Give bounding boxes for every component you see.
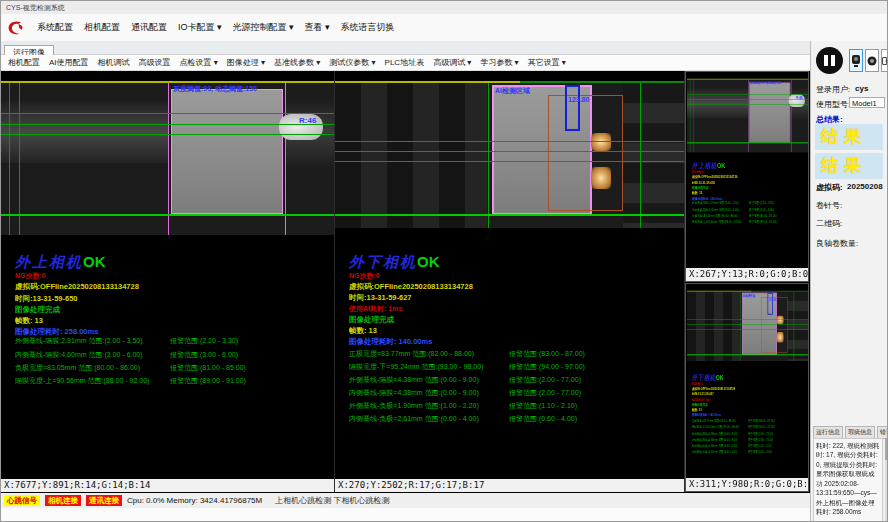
- menu-item-language-switch[interactable]: 系统语言切换: [341, 21, 395, 34]
- tool-baseline-params[interactable]: 基准线参数 ▾: [274, 57, 320, 68]
- alarm-range: 报警范围:(0.60 - 4.00): [748, 450, 772, 455]
- measure-value: 内侧基线-隔膜:4.60mm 范围:(3.00 - 6.00): [692, 208, 739, 211]
- tool-tester-params[interactable]: 测试仪参数 ▾: [329, 57, 375, 68]
- mini-panel-bottom[interactable]: AI检测区域 123.80 外下相机OK NG次数:0 虚拟码:OFFline2…: [685, 283, 809, 492]
- virtual-code-label: 虚拟码:OFFline20250208133134728: [15, 282, 139, 292]
- time-label: 时间:13-31-59-650: [692, 181, 715, 186]
- menu-item-camera-config[interactable]: 相机配置: [84, 21, 120, 34]
- bright-spot: [591, 167, 611, 189]
- elapsed-time-label: 图像处理耗时: 140.00ms: [349, 337, 432, 347]
- processing-done-label: 图像处理完成: [15, 305, 60, 315]
- result-ok-label: OK: [717, 161, 725, 169]
- tool-camera-config[interactable]: 相机配置: [8, 57, 40, 68]
- camera-panel-outer-upper: 灰度阈值:93, 动态阈值:150 R:46 外上相机OK NG次数:0 虚拟码…: [1, 71, 335, 492]
- camera-name: 外下相机: [692, 373, 716, 382]
- pixel-coordinate-statusbar: X:267;Y:13;R:0;G:0;B:0: [686, 268, 808, 281]
- menu-item-light-config[interactable]: 光源控制配置 ▾: [233, 21, 294, 34]
- defect-roi-rectangle: [548, 95, 623, 211]
- alarm-range: 报警范围:(81.00 - 85.00): [749, 214, 777, 219]
- product-region: [171, 89, 283, 214]
- login-user-label: 登录用户:: [816, 84, 850, 95]
- ng-count-label: NG次数:0: [692, 382, 703, 387]
- processing-done-label: 图像处理完成: [692, 186, 708, 191]
- measurement-row: 外侧基线-负极=1.90mm 范围:(1.00 - 2.20)报警范围:(1.1…: [349, 401, 664, 411]
- elapsed-time-label: 图像处理耗时: 140.00ms: [692, 413, 721, 418]
- alarm-range: 报警范围:(2.00 - 77.00): [509, 375, 581, 385]
- time-label: 时间:13-31-59-650: [15, 294, 78, 304]
- processing-done-label: 图像处理完成: [692, 403, 708, 408]
- app-logo-icon: [6, 19, 26, 37]
- result-ok-label: OK: [83, 253, 106, 270]
- tool-spot-check[interactable]: 点检设置 ▾: [180, 57, 218, 68]
- exit-button[interactable]: [881, 49, 888, 72]
- measurement-row: 内侧基线-负极=2.61mm 范围:(0.60 - 4.00)报警范围:(0.6…: [349, 414, 664, 424]
- menu-item-system-config[interactable]: 系统配置: [37, 21, 73, 34]
- measure-value: 内侧基线-隔膜=4.38mm 范围:(0.00 - 9.00): [349, 389, 479, 396]
- measure-value: 隔膜宽度-下=95.24mm 范围:(93.00 - 98.00): [692, 426, 739, 429]
- pixel-coordinate-statusbar: X:311;Y:980;R:0;G:0;B:0: [686, 478, 808, 491]
- good-roll-count-label: 良轴卷数量:: [816, 238, 858, 249]
- virtual-code-field-label: 虚拟码:: [816, 182, 843, 193]
- bottom-filler: [1, 508, 810, 522]
- result-ok-label: OK: [417, 253, 440, 270]
- pixel-coordinate-statusbar: X:270;Y:2502;R:17;G:17;B:17: [335, 479, 684, 492]
- comm-connection-badge: 通讯连接: [86, 495, 122, 506]
- model-select[interactable]: Model1: [849, 97, 885, 108]
- alarm-range: 报警范围:(2.20 - 3.30): [170, 336, 238, 346]
- camera-name: 外下相机: [349, 253, 417, 271]
- tool-plc-address-table[interactable]: PLC地址表: [385, 57, 425, 68]
- alarm-range: 报警范围:(94.00 - 97.00): [509, 362, 585, 372]
- measure-line: [335, 151, 684, 152]
- mini-panel-top[interactable]: 灰度阈值:93, 动态阈值:150 R:46 外上相机OK NG次数:0 虚拟码…: [685, 71, 809, 282]
- measurement-row: 外侧基线-隔膜:2.91mm 范围:(2.00 - 3.50)报警范围:(2.2…: [15, 336, 330, 346]
- tool-learning-params[interactable]: 学习参数 ▾: [480, 57, 518, 68]
- pixel-coordinate-statusbar: X:7677;Y:891;R:14;G:14;B:14: [1, 479, 334, 492]
- ng-count-label: NG次数:0: [692, 170, 703, 175]
- alarm-range: 报警范围:(2.20 - 3.30): [749, 201, 774, 206]
- frame-count-label: 帧数: 13: [692, 408, 702, 413]
- measure-line: [1, 134, 334, 135]
- tool-camera-debug[interactable]: 相机调试: [98, 57, 130, 68]
- alarm-range: 报警范围:(83.00 - 87.00): [509, 349, 585, 359]
- needle-number-label: 卷针号:: [816, 200, 842, 211]
- measure-value: 外侧基线-隔膜:2.91mm 范围:(2.00 - 3.50): [692, 201, 739, 204]
- view-tab-row: 运行图像: [1, 41, 887, 55]
- camera-image-viewport[interactable]: 灰度阈值:93, 动态阈值:150 R:46: [687, 80, 809, 153]
- tool-other-settings[interactable]: 其它设置 ▾: [528, 57, 566, 68]
- exit-door-icon: [882, 54, 888, 68]
- tool-image-processing[interactable]: 图像处理 ▾: [227, 57, 265, 68]
- tool-ai-config[interactable]: AI使用配置: [49, 57, 89, 68]
- measurement-row: 隔膜宽度-下=95.24mm 范围:(93.00 - 98.00)报警范围:(9…: [349, 362, 664, 372]
- cpu-memory-text: Cpu: 0.0% Memory: 3424.41796875M: [127, 496, 262, 505]
- measurement-row: 内侧基线-隔膜=4.38mm 范围:(0.00 - 9.00)报警范围:(2.0…: [692, 438, 802, 443]
- measurement-row: 内侧基线-隔膜:4.60mm 范围:(3.00 - 6.00)报警范围:(3.0…: [15, 350, 330, 360]
- width-roi-rectangle: [565, 85, 580, 131]
- measurement-row: 隔膜宽度-上=90.56mm 范围:(88.00 - 92.00)报警范围:(8…: [15, 376, 330, 386]
- camera-image-viewport[interactable]: AI检测区域 123.80: [687, 292, 809, 361]
- alarm-range: 报警范围:(3.00 - 6.00): [170, 350, 238, 360]
- camera-image-viewport[interactable]: AI检测区域 123.80: [335, 83, 684, 228]
- menu-item-io-config[interactable]: IO卡配置 ▾: [178, 21, 222, 34]
- camera-title: 外上相机OK: [15, 253, 106, 272]
- width-value-label: 123.80: [769, 298, 776, 301]
- r-value-label: R:46: [796, 96, 802, 100]
- log-output[interactable]: 耗时: 222, 瑕疵检测耗时: 17, 瑕疵分类耗时: 0, 瑕疵提取分类耗时…: [813, 438, 883, 522]
- edge-detect-line: [488, 83, 489, 228]
- measure-value: 内侧基线-隔膜=4.38mm 范围:(0.00 - 9.00): [692, 438, 737, 441]
- alarm-range: 报警范围:(0.60 - 4.00): [509, 414, 577, 424]
- camera-mode-button[interactable]: [849, 49, 863, 72]
- tool-advanced-settings[interactable]: 高级设置: [139, 57, 171, 68]
- ng-count-label: NG次数:0: [15, 271, 46, 281]
- tool-advanced-debug[interactable]: 高级调试 ▾: [433, 57, 471, 68]
- camera-name: 外上相机: [692, 161, 717, 170]
- pause-button[interactable]: [816, 47, 843, 74]
- record-mode-button[interactable]: [865, 49, 879, 72]
- product-region: [749, 83, 790, 143]
- camera-image-viewport[interactable]: 灰度阈值:93, 动态阈值:150 R:46: [1, 83, 334, 235]
- measure-line: [1, 124, 334, 125]
- edge-detect-line: [640, 83, 641, 228]
- menu-item-view[interactable]: 查看 ▾: [305, 21, 330, 34]
- roi-boundary-line: [168, 83, 169, 235]
- menu-item-comm-config[interactable]: 通讯配置: [131, 21, 167, 34]
- measure-value: 外侧基线-隔膜:2.91mm 范围:(2.00 - 3.50): [15, 337, 143, 344]
